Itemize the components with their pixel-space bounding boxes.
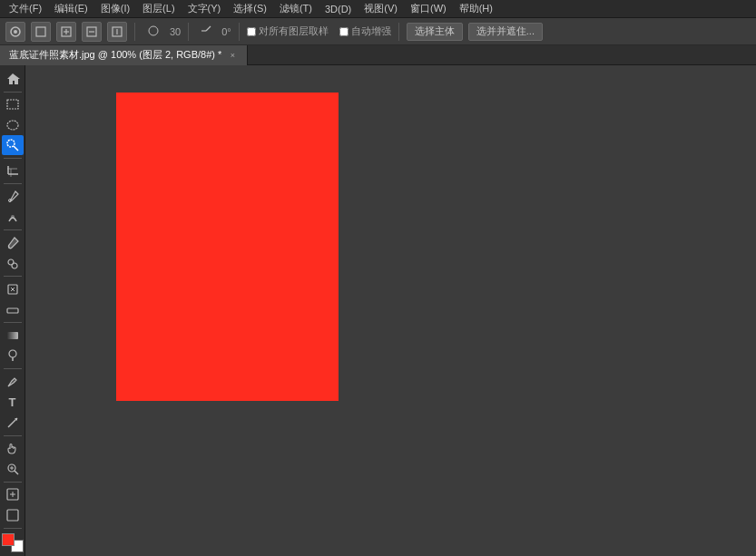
check-auto-enhance[interactable]: 自动增强 bbox=[339, 24, 391, 38]
tool-sep-6 bbox=[4, 322, 22, 323]
hand-tool[interactable] bbox=[2, 439, 24, 459]
brush-mode-intersect[interactable] bbox=[107, 22, 127, 42]
svg-point-24 bbox=[12, 263, 17, 268]
gradient-tool[interactable] bbox=[2, 326, 24, 346]
zoom-tool[interactable] bbox=[2, 459, 24, 479]
select-subject-btn[interactable]: 选择主体 bbox=[407, 23, 463, 41]
main-area: T bbox=[0, 65, 756, 556]
extra-tool-1[interactable] bbox=[2, 485, 24, 505]
select-mask-btn[interactable]: 选并并遮住... bbox=[468, 23, 543, 41]
svg-rect-27 bbox=[7, 332, 18, 339]
lasso-tool[interactable] bbox=[2, 115, 24, 135]
sep4 bbox=[398, 23, 399, 41]
check-all-layers[interactable]: 对所有图层取样 bbox=[247, 24, 329, 38]
red-rectangle bbox=[116, 93, 339, 401]
canvas-area[interactable] bbox=[25, 65, 756, 556]
check-all-layers-input[interactable] bbox=[247, 27, 256, 36]
path-select-tool[interactable] bbox=[2, 413, 24, 433]
menu-help[interactable]: 帮助(H) bbox=[454, 0, 498, 17]
menu-filter[interactable]: 滤镜(T) bbox=[274, 0, 318, 17]
menu-3d[interactable]: 3D(D) bbox=[319, 2, 357, 16]
svg-point-10 bbox=[149, 26, 158, 35]
sep2 bbox=[188, 23, 189, 41]
pen-tool[interactable] bbox=[2, 372, 24, 392]
sep3 bbox=[239, 23, 240, 41]
angle-value: 0° bbox=[221, 26, 231, 37]
svg-point-1 bbox=[14, 30, 17, 34]
tab-title: 蓝底证件照素材.jpg @ 100% (图层 2, RGB/8#) * bbox=[9, 48, 221, 62]
document-tab[interactable]: 蓝底证件照素材.jpg @ 100% (图层 2, RGB/8#) * × bbox=[0, 45, 248, 65]
rectangular-marquee-tool[interactable] bbox=[2, 94, 24, 114]
foreground-color-swatch[interactable] bbox=[2, 533, 15, 546]
canvas-container bbox=[116, 93, 339, 401]
tool-preset-btn[interactable] bbox=[5, 22, 25, 42]
spot-heal-tool[interactable] bbox=[2, 208, 24, 228]
tool-sep-5 bbox=[4, 276, 22, 277]
check-auto-enhance-input[interactable] bbox=[339, 27, 349, 36]
svg-point-14 bbox=[7, 121, 18, 130]
color-swatches[interactable] bbox=[2, 533, 24, 553]
tool-sep-7 bbox=[4, 368, 22, 369]
tool-sep-3 bbox=[4, 183, 22, 184]
history-brush-tool[interactable] bbox=[2, 279, 24, 299]
angle-icon bbox=[196, 24, 216, 40]
brush-mode-subtract[interactable] bbox=[82, 22, 102, 42]
quick-select-tool[interactable] bbox=[2, 135, 24, 155]
svg-point-22 bbox=[11, 215, 15, 219]
brush-tool[interactable] bbox=[2, 233, 24, 253]
home-tool[interactable] bbox=[2, 69, 24, 89]
brush-mode-add[interactable] bbox=[56, 22, 76, 42]
brush-mode-new[interactable] bbox=[31, 22, 51, 42]
tool-sep-8 bbox=[4, 435, 22, 436]
svg-point-28 bbox=[9, 350, 16, 357]
dodge-tool[interactable] bbox=[2, 346, 24, 366]
menu-file[interactable]: 文件(F) bbox=[4, 0, 47, 17]
menu-layer[interactable]: 图层(L) bbox=[137, 0, 180, 17]
menu-view[interactable]: 视图(V) bbox=[358, 0, 403, 17]
options-checkboxes: 对所有图层取样 自动增强 bbox=[247, 24, 391, 38]
clone-stamp-tool[interactable] bbox=[2, 254, 24, 274]
svg-line-11 bbox=[206, 26, 211, 31]
tool-sep-4 bbox=[4, 229, 22, 230]
sep1 bbox=[134, 23, 135, 41]
tool-sep-9 bbox=[4, 482, 22, 483]
menu-select[interactable]: 选择(S) bbox=[228, 0, 272, 17]
crop-tool[interactable] bbox=[2, 161, 24, 181]
menu-edit[interactable]: 编辑(E) bbox=[49, 0, 93, 17]
svg-rect-26 bbox=[7, 308, 18, 313]
eyedropper-tool[interactable] bbox=[2, 187, 24, 207]
tool-sep-1 bbox=[4, 92, 22, 93]
brush-size-value: 30 bbox=[170, 26, 181, 37]
svg-point-15 bbox=[7, 140, 15, 147]
menu-image[interactable]: 图像(I) bbox=[95, 0, 135, 17]
svg-line-16 bbox=[14, 146, 18, 151]
toolbar: T bbox=[0, 65, 25, 556]
tabbar: 蓝底证件照素材.jpg @ 100% (图层 2, RGB/8#) * × bbox=[0, 45, 756, 65]
svg-rect-13 bbox=[7, 100, 18, 109]
svg-rect-38 bbox=[7, 510, 18, 521]
svg-rect-2 bbox=[36, 27, 45, 36]
tab-close-btn[interactable]: × bbox=[227, 50, 238, 61]
extra-tool-2[interactable] bbox=[2, 505, 24, 525]
svg-line-32 bbox=[15, 471, 18, 474]
menubar: 文件(F) 编辑(E) 图像(I) 图层(L) 文字(Y) 选择(S) 滤镜(T… bbox=[0, 0, 756, 18]
brush-size-icon bbox=[142, 23, 164, 41]
menu-text[interactable]: 文字(Y) bbox=[182, 0, 227, 17]
tool-sep-10 bbox=[4, 528, 22, 529]
tool-sep-2 bbox=[4, 158, 22, 159]
menu-window[interactable]: 窗口(W) bbox=[405, 0, 452, 17]
optionsbar: 30 0° 对所有图层取样 自动增强 选择主体 选并并遮住... bbox=[0, 18, 756, 45]
text-tool[interactable]: T bbox=[2, 393, 24, 413]
eraser-tool[interactable] bbox=[2, 300, 24, 320]
